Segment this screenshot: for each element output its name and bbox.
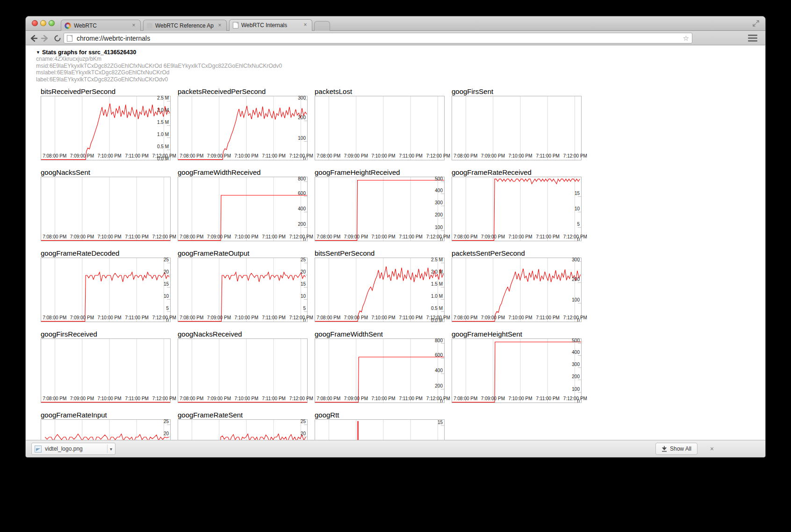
y-axis-label: 200 (572, 277, 580, 282)
fullscreen-resize-icon[interactable] (752, 20, 760, 27)
stats-graphs-title[interactable]: ▼Stats graphs for ssrc_4136526430 (36, 49, 282, 56)
chart-plot-area: 5004003002001000 (315, 177, 445, 241)
x-axis-label: 7:11:00 PM (533, 153, 562, 158)
y-axis-label: 300 (572, 362, 580, 367)
y-axis-tick (167, 101, 170, 101)
y-axis-label: 15 (301, 282, 306, 287)
chart-title: bitsReceivedPerSecond (41, 88, 171, 96)
y-axis-label: 200 (435, 384, 443, 388)
x-axis-label: 7:11:00 PM (533, 396, 562, 401)
chart-googFirsReceived: googFirsReceived7:08:00 PM7:09:00 PM7:10… (41, 331, 171, 409)
tab-close-icon[interactable]: × (130, 22, 137, 29)
reload-button[interactable] (52, 33, 63, 44)
minimize-window-button[interactable] (40, 20, 46, 26)
chart-title: packetsLost (315, 88, 445, 96)
y-axis-tick (441, 194, 444, 194)
webrtc-internals-page: ▼Stats graphs for ssrc_4136526430 cname:… (26, 45, 765, 440)
y-axis-tick (304, 287, 307, 288)
x-axis-label: 7:10:00 PM (95, 153, 124, 158)
x-axis-label: 7:12:00 PM (424, 396, 453, 401)
y-axis-label: 200 (298, 115, 306, 120)
y-axis-tick (441, 275, 444, 275)
y-axis-label: 1.0 M (157, 132, 169, 137)
y-axis-label: 0.5 M (157, 144, 169, 149)
x-axis-label: 7:08:00 PM (40, 153, 69, 158)
x-axis-label: 7:11:00 PM (259, 153, 288, 158)
x-axis-label: 7:12:00 PM (287, 153, 316, 158)
download-caret-icon[interactable]: ▾ (110, 446, 112, 452)
x-axis-label: 7:10:00 PM (506, 315, 535, 320)
x-axis-label: 7:09:00 PM (478, 396, 507, 401)
zoom-window-button[interactable] (49, 20, 55, 26)
close-window-button[interactable] (32, 20, 38, 26)
x-axis-label: 7:09:00 PM (478, 315, 507, 320)
x-axis-label: 7:10:00 PM (232, 315, 261, 320)
x-axis-label: 7:11:00 PM (396, 315, 425, 320)
y-axis-tick (304, 424, 307, 425)
x-axis-label: 7:08:00 PM (314, 153, 343, 158)
y-axis-label: 2.0 M (157, 108, 169, 113)
y-axis-label: 400 (435, 368, 443, 373)
url-input[interactable] (76, 34, 683, 43)
y-axis-label: 400 (298, 207, 306, 211)
y-axis-label: 200 (435, 213, 443, 217)
y-axis-tick (167, 299, 170, 300)
shelf-close-icon[interactable]: × (710, 445, 714, 453)
y-axis-tick (304, 160, 307, 160)
omnibox[interactable]: ☆ (64, 33, 692, 43)
y-axis-label: 15 (575, 191, 580, 196)
tab-close-icon[interactable]: × (216, 22, 223, 29)
y-axis-label: 200 (572, 374, 580, 379)
y-axis-label: 2.5 M (431, 258, 443, 262)
chart-plot-area (41, 177, 171, 241)
tab-webrtc-reference-app[interactable]: WebRTC Reference App × (143, 20, 227, 31)
x-axis-label: 7:09:00 PM (478, 153, 507, 158)
back-button[interactable] (28, 33, 39, 44)
y-axis-label: 100 (572, 387, 580, 392)
page-icon (67, 35, 72, 42)
x-axis-label: 7:09:00 PM (341, 315, 370, 320)
x-axis-label: 7:11:00 PM (122, 153, 151, 158)
y-axis-tick (441, 230, 444, 231)
show-all-button[interactable]: Show All (655, 443, 698, 455)
y-axis-tick (441, 374, 444, 374)
x-axis-label: 7:08:00 PM (451, 396, 480, 401)
y-axis-label: 1.0 M (431, 294, 443, 299)
x-axis-label: 7:08:00 PM (314, 234, 343, 239)
y-axis-label: 0.5 M (431, 306, 443, 311)
chart-plot-area: 3002001000 (178, 96, 308, 160)
x-axis-label: 7:10:00 PM (369, 396, 398, 401)
bookmark-star-icon[interactable]: ☆ (683, 35, 689, 42)
chart-title: googFrameHeightReceived (315, 169, 445, 177)
data-line (452, 179, 580, 241)
chart-googFrameRateSent: googFrameRateSent25201510507:08:00 PM7:0… (178, 411, 308, 440)
download-filename: vidtel_logo.png (45, 446, 105, 452)
y-axis-tick (578, 367, 581, 368)
x-axis-label: 7:12:00 PM (561, 396, 590, 401)
chrome-menu-icon[interactable] (748, 35, 757, 42)
x-axis-label: 7:10:00 PM (95, 234, 124, 239)
navigation-toolbar: ☆ (26, 31, 765, 45)
y-axis-label: 25 (301, 419, 306, 424)
y-axis-tick (304, 227, 307, 228)
y-axis-tick (167, 125, 170, 126)
cname-line: cname:4ZXkrucxjuzp/bKm (36, 56, 282, 63)
new-tab-button[interactable] (314, 21, 330, 31)
tab-webrtc-internals[interactable]: WebRTC Internals × (229, 19, 312, 31)
chart-title: googFrameHeightSent (452, 331, 582, 338)
data-line (41, 272, 169, 321)
data-line (452, 342, 581, 403)
tab-webrtc[interactable]: WebRTC × (61, 20, 141, 31)
chart-title: bitsSentPerSecond (315, 250, 445, 258)
y-axis-label: 5 (166, 306, 169, 311)
x-axis-label: 7:10:00 PM (369, 153, 398, 158)
y-axis-label: 20 (301, 431, 306, 436)
y-axis-tick (578, 227, 581, 228)
download-arrow-icon (662, 446, 667, 452)
tab-close-icon[interactable]: × (302, 22, 309, 29)
data-line (452, 269, 581, 322)
y-axis-label: 2.0 M (431, 270, 443, 274)
x-axis-label: 7:11:00 PM (122, 234, 151, 239)
downloaded-file-button[interactable]: vidtel_logo.png ▾ (31, 443, 115, 455)
forward-button[interactable] (40, 33, 51, 44)
